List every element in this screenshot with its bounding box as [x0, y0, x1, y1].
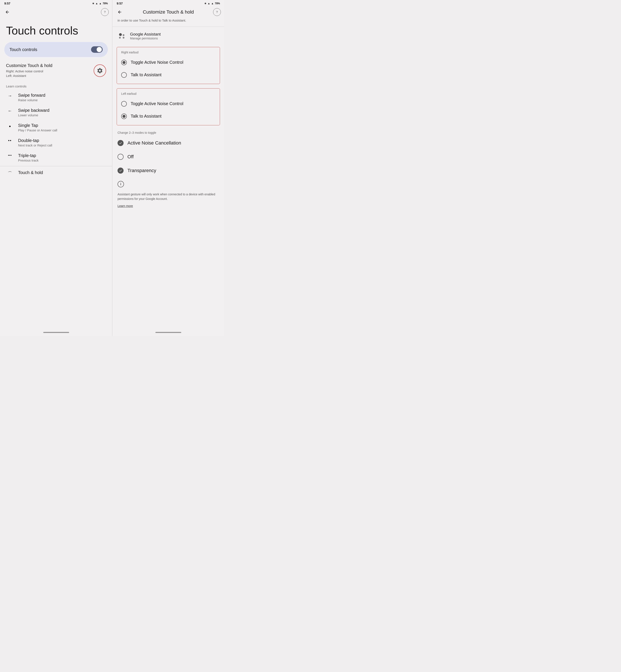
- bluetooth-icon-r: ∗: [204, 2, 206, 5]
- swipe-backward-title: Swipe backward: [18, 108, 106, 113]
- single-tap-sub: Play / Pause or Answer call: [18, 128, 106, 132]
- touch-hold-title: Touch & hold: [18, 170, 106, 175]
- single-tap-icon: •: [6, 123, 14, 129]
- anc-label: Active Noise Cancellation: [127, 140, 181, 146]
- top-bar-right: Customize Touch & hold ?: [112, 6, 224, 18]
- status-icons-right: ∗ ▲ ▲ 78%: [204, 2, 220, 5]
- gesture-swipe-forward: → Swipe forward Raise volume: [0, 90, 112, 105]
- triple-tap-icon: •••: [6, 153, 14, 157]
- customize-subtitle2: Left: Assistant: [6, 73, 94, 78]
- help-button-right[interactable]: ?: [213, 8, 221, 16]
- check-anc[interactable]: [118, 140, 124, 146]
- swipe-forward-title: Swipe forward: [18, 93, 106, 98]
- bluetooth-icon: ∗: [92, 2, 94, 5]
- double-tap-sub: Next track or Reject call: [18, 144, 106, 147]
- gesture-touch-hold: ⌒ Touch & hold: [0, 167, 112, 180]
- left-option-anc[interactable]: Toggle Active Noise Control: [117, 97, 220, 110]
- wifi-icon-r: ▲: [207, 2, 210, 5]
- double-tap-icon: ••: [6, 138, 14, 143]
- status-icons-left: ∗ ▲ ▲ 78%: [92, 2, 108, 5]
- bottom-handle-right: [155, 332, 181, 333]
- toggle-label: Touch controls: [9, 47, 37, 52]
- swipe-backward-sub: Lower volume: [18, 113, 106, 117]
- status-bar-right: 9:57 ∗ ▲ ▲ 78%: [112, 0, 224, 6]
- learn-controls-label: Learn controls: [0, 80, 112, 90]
- learn-more-link[interactable]: Learn more: [112, 204, 224, 211]
- top-bar-left: ?: [0, 6, 112, 18]
- gesture-double-tap: •• Double-tap Next track or Reject call: [0, 135, 112, 150]
- assistant-row[interactable]: Google Assistant Manage permissions: [112, 27, 224, 45]
- toggle-row[interactable]: Touch controls: [4, 42, 108, 57]
- off-label: Off: [127, 154, 134, 160]
- gesture-triple-tap: ••• Triple-tap Previous track: [0, 150, 112, 165]
- time-right: 9:57: [117, 2, 123, 5]
- triple-tap-sub: Previous track: [18, 159, 106, 162]
- left-anc-label: Toggle Active Noise Control: [131, 101, 183, 106]
- left-earbud-section: Left earbud Toggle Active Noise Control …: [117, 88, 220, 125]
- info-icon: i: [118, 181, 124, 187]
- mode-transparency[interactable]: Transparency: [112, 164, 224, 177]
- gesture-swipe-backward: ← Swipe backward Lower volume: [0, 105, 112, 120]
- status-bar-left: 9:57 ∗ ▲ ▲ 78%: [0, 0, 112, 6]
- left-radio-anc[interactable]: [121, 101, 127, 107]
- battery-right: 78%: [215, 2, 220, 5]
- right-radio-assistant[interactable]: [121, 72, 127, 78]
- swipe-forward-sub: Raise volume: [18, 98, 106, 102]
- left-panel: 9:57 ∗ ▲ ▲ 78% ? Touch controls Touch co…: [0, 0, 112, 336]
- double-tap-title: Double-tap: [18, 138, 106, 143]
- right-earbud-section: Right earbud Toggle Active Noise Control…: [117, 47, 220, 84]
- right-earbud-label: Right earbud: [117, 50, 220, 56]
- right-option-anc[interactable]: Toggle Active Noise Control: [117, 56, 220, 69]
- right-assistant-label: Talk to Assistant: [131, 72, 161, 77]
- gear-button[interactable]: [94, 65, 106, 77]
- left-option-assistant[interactable]: Talk to Assistant: [117, 110, 220, 123]
- right-anc-label: Toggle Active Noise Control: [131, 60, 183, 65]
- customize-subtitle1: Right: Active noise control: [6, 69, 94, 73]
- modes-label: Change 2–3 modes to toggle: [112, 128, 224, 136]
- touch-hold-icon: ⌒: [6, 170, 14, 176]
- mode-off[interactable]: Off: [112, 150, 224, 164]
- back-button-right[interactable]: [116, 8, 124, 16]
- right-panel: 9:57 ∗ ▲ ▲ 78% Customize Touch & hold ? …: [112, 0, 224, 336]
- footer-text: Assistant gesture will only work when co…: [112, 191, 224, 204]
- swipe-backward-icon: ←: [6, 108, 14, 113]
- left-earbud-label: Left earbud: [117, 91, 220, 97]
- check-off[interactable]: [118, 154, 124, 160]
- customize-title: Customize Touch & hold: [6, 63, 94, 68]
- touch-controls-toggle[interactable]: [91, 46, 103, 53]
- assistant-icon: [118, 32, 127, 40]
- single-tap-title: Single Tap: [18, 123, 106, 128]
- left-assistant-label: Talk to Assistant: [131, 114, 161, 119]
- bottom-handle-left: [43, 332, 69, 333]
- triple-tap-title: Triple-tap: [18, 153, 106, 158]
- customize-text: Customize Touch & hold Right: Active noi…: [6, 63, 94, 78]
- scroll-hint-text: in order to use Touch & hold to Talk to …: [112, 18, 224, 27]
- right-panel-title: Customize Touch & hold: [124, 9, 213, 15]
- check-transparency[interactable]: [118, 167, 124, 173]
- signal-icon-r: ▲: [211, 2, 214, 5]
- battery-left: 78%: [103, 2, 108, 5]
- right-radio-anc[interactable]: [121, 60, 127, 65]
- transparency-label: Transparency: [127, 168, 156, 173]
- gestures-list: → Swipe forward Raise volume ← Swipe bac…: [0, 90, 112, 180]
- wifi-icon: ▲: [95, 2, 98, 5]
- customize-row[interactable]: Customize Touch & hold Right: Active noi…: [0, 57, 112, 80]
- left-radio-assistant[interactable]: [121, 114, 127, 119]
- mode-anc[interactable]: Active Noise Cancellation: [112, 136, 224, 150]
- page-title-left: Touch controls: [0, 18, 112, 42]
- signal-icon: ▲: [99, 2, 101, 5]
- swipe-forward-icon: →: [6, 93, 14, 98]
- help-button-left[interactable]: ?: [101, 8, 109, 16]
- gesture-single-tap: • Single Tap Play / Pause or Answer call: [0, 120, 112, 135]
- time-left: 9:57: [4, 2, 10, 5]
- right-option-assistant[interactable]: Talk to Assistant: [117, 69, 220, 81]
- assistant-sub: Manage permissions: [130, 37, 161, 40]
- back-button-left[interactable]: [3, 8, 11, 16]
- assistant-title: Google Assistant: [130, 32, 161, 37]
